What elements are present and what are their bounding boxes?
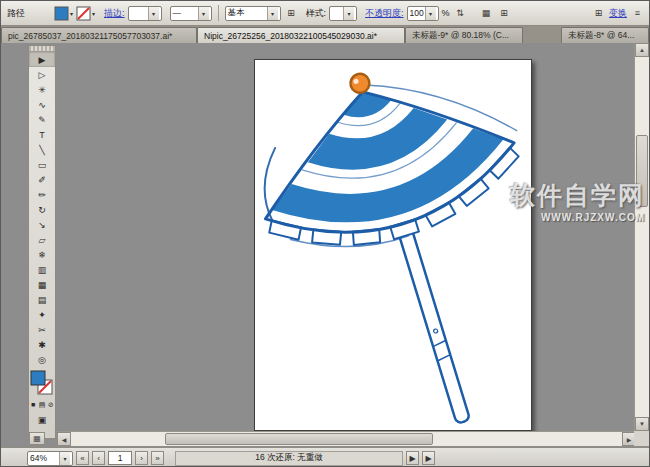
first-artboard-button[interactable]: « [76, 451, 89, 465]
artboard[interactable] [254, 59, 532, 431]
magic-wand-tool[interactable]: ✳ [29, 82, 55, 97]
chevron-down-icon: ▾ [198, 7, 209, 20]
transform-link[interactable]: 变换 [609, 7, 627, 20]
next-artboard-button[interactable]: › [135, 451, 148, 465]
rotate-tool[interactable]: ↻ [29, 202, 55, 217]
umbrella-group [255, 60, 531, 430]
graph-tool[interactable]: ▥ [29, 262, 55, 277]
transform-grid-icon[interactable]: ⊞ [591, 6, 606, 21]
horizontal-scrollbar[interactable]: ◀ ▶ [57, 431, 636, 446]
style-select[interactable]: ▾ [329, 6, 357, 21]
scroll-left-icon[interactable]: ◀ [57, 432, 71, 446]
brush-select[interactable]: — ▾ [170, 6, 212, 21]
zoom-select[interactable]: 64% ▾ [27, 451, 73, 466]
symbol-sprayer-tool[interactable]: ❄ [29, 247, 55, 262]
pen-tool[interactable]: ✎ [29, 112, 55, 127]
scroll-down-icon[interactable]: ▼ [635, 417, 649, 431]
opacity-link[interactable]: 不透明度: [365, 7, 404, 20]
color-mode-button[interactable]: ■ [29, 397, 37, 412]
type-tool[interactable]: T [29, 127, 55, 142]
chevron-down-icon: ▾ [343, 7, 354, 20]
umbrella-artwork[interactable] [255, 60, 531, 430]
illustrator-window: 路径 ▾ ▾ 描边: ▾ — ▾ 基本 ▾ ⊞ 样式: ▾ [0, 0, 650, 467]
tools-panel: ▶ ▷ ✳ ∿ ✎ T ╲ ▭ ✐ ✏ ↻ ↘ ▱ ❄ ▥ ▦ ▤ ✦ ✂ ✱ … [28, 45, 56, 439]
direct-selection-tool[interactable]: ▷ [29, 67, 55, 82]
document-tab-floating[interactable]: 未标题-8* @ 64... [561, 27, 649, 43]
document-tab-3[interactable]: 未标题-9* @ 80.18% (C... [405, 27, 523, 43]
zoom-tool[interactable]: ◎ [29, 352, 55, 367]
chevron-down-icon: ▾ [70, 10, 73, 17]
horizontal-scroll-thumb[interactable] [165, 433, 433, 445]
artboard-number-input[interactable]: 1 [108, 451, 132, 465]
options-bar-icon[interactable]: ▦ [479, 6, 494, 21]
fill-swatch[interactable] [31, 371, 45, 385]
status-message: 16 次还原: 无重做 [175, 451, 403, 466]
options-bar-icon[interactable]: ⊞ [284, 6, 299, 21]
rectangle-tool[interactable]: ▭ [29, 157, 55, 172]
document-tab-1[interactable]: pic_26785037_20180321175057703037.ai* [1, 27, 197, 43]
opacity-stepper-icon[interactable]: ⇅ [453, 6, 468, 21]
chevron-down-icon: ▾ [425, 7, 436, 20]
separator [218, 5, 219, 21]
chevron-down-icon: ▾ [92, 10, 95, 17]
stroke-color-swatch[interactable]: ▾ [76, 6, 95, 21]
tile-button[interactable]: ▦ [29, 432, 45, 445]
options-bar: 路径 ▾ ▾ 描边: ▾ — ▾ 基本 ▾ ⊞ 样式: ▾ [1, 1, 650, 26]
chevron-down-icon: ▾ [59, 452, 70, 465]
prev-artboard-button[interactable]: ‹ [92, 451, 105, 465]
scissors-tool[interactable]: ✂ [29, 322, 55, 337]
status-play-button[interactable]: ▶ [406, 451, 419, 465]
vertical-scroll-thumb[interactable] [636, 135, 648, 207]
scrollbar-corner [634, 431, 649, 446]
gradient-tool[interactable]: ▤ [29, 292, 55, 307]
last-artboard-button[interactable]: » [151, 451, 164, 465]
options-bar-icon[interactable]: ⊞ [497, 6, 512, 21]
hand-tool[interactable]: ✱ [29, 337, 55, 352]
path-mode-label: 路径 [7, 7, 25, 20]
gradient-mode-button[interactable]: ▤ [38, 397, 46, 412]
selection-tool[interactable]: ▶ [29, 52, 55, 67]
status-bar: 64% ▾ « ‹ 1 › » 16 次还原: 无重做 ▶ ▶ [1, 447, 650, 467]
chevron-down-icon: ▾ [267, 7, 278, 20]
opacity-input[interactable]: 100 ▾ [407, 6, 439, 21]
status-forward-button[interactable]: ▶ [422, 451, 435, 465]
mesh-tool[interactable]: ▦ [29, 277, 55, 292]
screen-mode-button[interactable]: ▣ [29, 412, 55, 427]
appearance-select[interactable]: 基本 ▾ [225, 6, 281, 21]
line-segment-tool[interactable]: ╲ [29, 142, 55, 157]
scroll-up-icon[interactable]: ▲ [635, 43, 649, 57]
none-mode-button[interactable]: ⊘ [47, 397, 55, 412]
lasso-tool[interactable]: ∿ [29, 97, 55, 112]
style-label: 样式: [306, 7, 327, 20]
opacity-unit: % [442, 8, 450, 18]
stroke-link[interactable]: 描边: [104, 7, 125, 20]
scale-tool[interactable]: ↘ [29, 217, 55, 232]
stroke-weight-select[interactable]: ▾ [128, 6, 162, 21]
paintbrush-tool[interactable]: ✐ [29, 172, 55, 187]
free-transform-tool[interactable]: ▱ [29, 232, 55, 247]
document-tab-bar: pic_26785037_20180321175057703037.ai* Ni… [1, 26, 650, 43]
fill-stroke-indicator[interactable] [29, 369, 55, 397]
vertical-scrollbar[interactable]: ▲ ▼ [634, 43, 649, 431]
document-tab-2-active[interactable]: Nipic_26725256_20180322100545029030.ai* [197, 27, 405, 43]
pencil-tool[interactable]: ✏ [29, 187, 55, 202]
fill-color-swatch[interactable]: ▾ [54, 6, 73, 21]
panel-menu-icon[interactable]: ≡ [630, 6, 645, 21]
chevron-down-icon: ▾ [148, 7, 159, 20]
umbrella-ball [348, 71, 372, 95]
eyedropper-tool[interactable]: ✦ [29, 307, 55, 322]
